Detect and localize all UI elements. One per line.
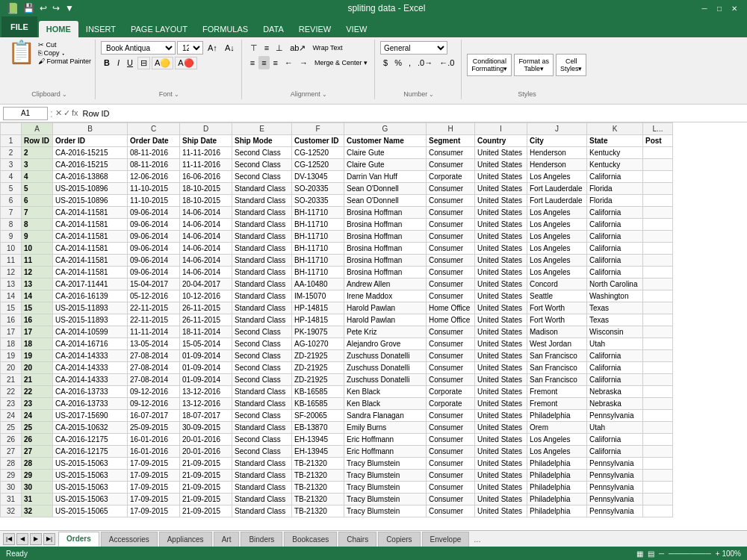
cell-26-5[interactable]: EH-13945 (292, 434, 344, 446)
cell-16-7[interactable]: Home Office (427, 314, 475, 326)
cell-12-3[interactable]: 14-06-2014 (180, 267, 232, 279)
cell-23-0[interactable]: 23 (22, 398, 53, 410)
cell-19-1[interactable]: CA-2014-14333 (53, 350, 128, 362)
cell-23-11[interactable] (643, 398, 673, 410)
cell-7-2[interactable]: 09-06-2014 (128, 207, 180, 219)
cell-24-10[interactable]: Pennsylvania (587, 410, 643, 422)
cell-14-3[interactable]: 10-12-2016 (180, 290, 232, 302)
cell-4-0[interactable]: 4 (22, 171, 53, 183)
underline-button[interactable]: U (124, 56, 136, 69)
cell-19-3[interactable]: 01-09-2014 (180, 350, 232, 362)
row-header-26[interactable]: 26 (1, 434, 22, 446)
cell-21-11[interactable] (643, 374, 673, 386)
cell-22-6[interactable]: Ken Black (344, 386, 427, 398)
cell-7-6[interactable]: Brosina Hoffman (344, 207, 427, 219)
comma-button[interactable]: , (406, 56, 414, 69)
cell-29-9[interactable]: Philadelphia (527, 470, 587, 482)
cell-23-5[interactable]: KB-16585 (292, 398, 344, 410)
row-header-13[interactable]: 13 (1, 279, 22, 290)
cell-21-8[interactable]: United States (475, 374, 527, 386)
cell-32-4[interactable]: Standard Class (232, 505, 292, 517)
cell-25-9[interactable]: Orem (527, 422, 587, 434)
cell-30-9[interactable]: Philadelphia (527, 482, 587, 494)
col-header-d[interactable]: D (180, 123, 232, 135)
italic-button[interactable]: I (114, 56, 123, 69)
cell-30-1[interactable]: US-2015-15063 (53, 482, 128, 494)
cell-31-9[interactable]: Philadelphia (527, 494, 587, 505)
cell-2-0[interactable]: 2 (22, 147, 53, 159)
cell-21-9[interactable]: San Francisco (527, 374, 587, 386)
cell-18-10[interactable]: Utah (587, 338, 643, 350)
cell-3-0[interactable]: 3 (22, 159, 53, 171)
row-header-10[interactable]: 10 (1, 243, 22, 255)
cell-32-3[interactable]: 21-09-2015 (180, 505, 232, 517)
cell-5-2[interactable]: 11-10-2015 (128, 183, 180, 195)
cell-26-11[interactable] (643, 434, 673, 446)
cell-20-6[interactable]: Zuschuss Donatelli (344, 362, 427, 374)
cell-13-6[interactable]: Andrew Allen (344, 279, 427, 290)
cell-21-1[interactable]: CA-2014-14333 (53, 374, 128, 386)
cell-2-3[interactable]: 11-11-2016 (180, 147, 232, 159)
cell-23-4[interactable]: Standard Class (232, 398, 292, 410)
cell-17-3[interactable]: 18-11-2014 (180, 326, 232, 338)
row-header-25[interactable]: 25 (1, 422, 22, 434)
cell-32-0[interactable]: 32 (22, 505, 53, 517)
cell-6-2[interactable]: 11-10-2015 (128, 195, 180, 207)
cell-13-9[interactable]: Concord (527, 279, 587, 290)
cancel-formula-icon[interactable]: ✕ (55, 108, 62, 118)
cell-11-10[interactable]: California (587, 255, 643, 267)
cell-16-9[interactable]: Fort Worth (527, 314, 587, 326)
alignment-expand-icon[interactable]: ⌄ (322, 91, 327, 98)
cell-14-10[interactable]: Washington (587, 290, 643, 302)
row-header-9[interactable]: 9 (1, 231, 22, 243)
cell-8-8[interactable]: United States (475, 219, 527, 231)
cell-7-8[interactable]: United States (475, 207, 527, 219)
sheet-nav-prev[interactable]: ◀ (16, 533, 28, 545)
cell-11-11[interactable] (643, 255, 673, 267)
cell-16-0[interactable]: 16 (22, 314, 53, 326)
row-header-1[interactable]: 1 (1, 135, 22, 147)
cell-14-9[interactable]: Seattle (527, 290, 587, 302)
tab-review[interactable]: REVIEW (291, 21, 338, 37)
paste-button[interactable]: 📋 (7, 41, 35, 63)
cell-6-5[interactable]: SO-20335 (292, 195, 344, 207)
cell-20-9[interactable]: San Francisco (527, 362, 587, 374)
cell-22-2[interactable]: 09-12-2016 (128, 386, 180, 398)
cell-14-6[interactable]: Irene Maddox (344, 290, 427, 302)
row-header-12[interactable]: 12 (1, 267, 22, 279)
cell-11-8[interactable]: United States (475, 255, 527, 267)
cell-23-6[interactable]: Ken Black (344, 398, 427, 410)
cell-11-1[interactable]: CA-2014-11581 (53, 255, 128, 267)
cell-10-1[interactable]: CA-2014-11581 (53, 243, 128, 255)
cell-18-8[interactable]: United States (475, 338, 527, 350)
cell-22-8[interactable]: United States (475, 386, 527, 398)
cell-26-2[interactable]: 16-01-2016 (128, 434, 180, 446)
cell-15-7[interactable]: Home Office (427, 302, 475, 314)
cell-7-7[interactable]: Consumer (427, 207, 475, 219)
cell-26-10[interactable]: California (587, 434, 643, 446)
cell-30-11[interactable] (643, 482, 673, 494)
cell-11-9[interactable]: Los Angeles (527, 255, 587, 267)
sheet-tab-orders[interactable]: Orders (58, 532, 99, 547)
cell-9-0[interactable]: 9 (22, 231, 53, 243)
row-header-14[interactable]: 14 (1, 290, 22, 302)
col-header-l[interactable]: L... (643, 123, 673, 135)
cell-20-4[interactable]: Second Class (232, 362, 292, 374)
cell-18-4[interactable]: Second Class (232, 338, 292, 350)
number-format-select[interactable]: General (380, 41, 447, 55)
formula-input[interactable] (80, 107, 744, 120)
cell-2-10[interactable]: Kentucky (587, 147, 643, 159)
cell-8-5[interactable]: BH-11710 (292, 219, 344, 231)
cell-10-9[interactable]: Los Angeles (527, 243, 587, 255)
cell-22-4[interactable]: Standard Class (232, 386, 292, 398)
cell-4-6[interactable]: Darrin Van Huff (344, 171, 427, 183)
sheet-scroll-area[interactable]: A B C D E F G H I J K L... 1 (0, 122, 747, 530)
cell-17-7[interactable]: Consumer (427, 326, 475, 338)
cell-16-6[interactable]: Harold Pawlan (344, 314, 427, 326)
cell-b1[interactable]: Order ID (53, 135, 128, 147)
cell-24-2[interactable]: 16-07-2017 (128, 410, 180, 422)
cell-10-2[interactable]: 09-06-2014 (128, 243, 180, 255)
cell-17-0[interactable]: 17 (22, 326, 53, 338)
cell-20-0[interactable]: 20 (22, 362, 53, 374)
cell-31-1[interactable]: US-2015-15063 (53, 494, 128, 505)
